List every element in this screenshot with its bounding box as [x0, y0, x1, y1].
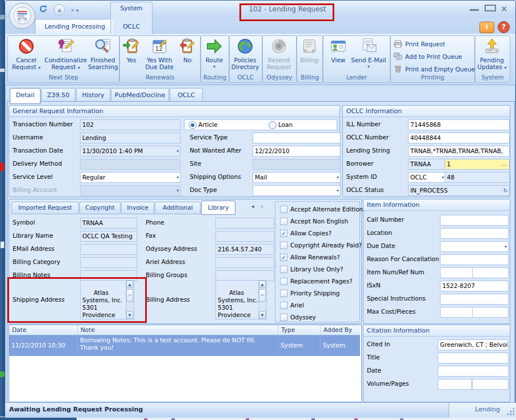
application-menu-button[interactable]	[9, 3, 35, 29]
scrollbar[interactable]: ▲≡▼	[258, 281, 266, 319]
resend-request-button[interactable]: Resend Request	[264, 37, 294, 73]
policies-directory-button[interactable]: Policies Directory	[231, 37, 259, 73]
library-name-field[interactable]: OCLC QA Testing	[80, 231, 137, 242]
checkbox-library-use-only[interactable]: Library Use Only?	[280, 265, 343, 274]
checkbox-icon[interactable]	[280, 314, 287, 321]
citation-title-field[interactable]	[438, 353, 509, 363]
scroll-up-icon[interactable]: ▲	[259, 281, 266, 288]
checkbox-icon[interactable]	[280, 242, 287, 249]
checkbox-accept-alternate-edition[interactable]: Accept Alternate Edition	[280, 205, 363, 214]
renewal-no-button[interactable]: No	[177, 37, 198, 73]
oclc-status-field[interactable]: IN_PROCESS↻	[408, 185, 510, 196]
ellipsis-button[interactable]: …	[501, 159, 508, 168]
print-request-button[interactable]: Print Request	[394, 38, 445, 50]
scrollbar[interactable]: ▲≡▼	[126, 281, 134, 319]
symbol-field[interactable]: TRNAA	[80, 218, 137, 229]
chevron-down-icon[interactable]: ▾	[505, 242, 507, 251]
tab-imported-request[interactable]: Imported Request	[11, 202, 79, 214]
checkbox-replacement-pages[interactable]: Replacement Pages?	[280, 277, 353, 286]
reason-for-cancellation-field[interactable]	[440, 254, 509, 265]
scroll-up-icon[interactable]: ▲	[126, 281, 133, 288]
tab-additional[interactable]: Additional	[155, 202, 201, 214]
odyssey-address-field[interactable]: 216.54.57.240	[215, 244, 274, 255]
lending-string-field[interactable]: TRNAB,*TRNAB,TRNAB,TRNAB,	[408, 146, 510, 157]
collapse-ribbon-button[interactable]: ▲	[54, 4, 65, 15]
tab-detail[interactable]: Detail	[10, 88, 41, 104]
max-cost-field[interactable]	[440, 307, 473, 318]
minimize-button[interactable]	[470, 5, 479, 13]
checkbox-ariel[interactable]: Ariel	[280, 301, 304, 310]
due-date-combo[interactable]: ▾	[440, 241, 509, 252]
tab-scroll-left-icon[interactable]: ◂	[251, 203, 254, 209]
renewal-yes-button[interactable]: Yes	[121, 37, 142, 73]
column-header-date[interactable]: Date	[9, 325, 78, 335]
renewal-yes-due-date-button[interactable]: 12 Yes With Due Date	[143, 37, 176, 73]
resize-grip[interactable]	[506, 408, 514, 416]
isxn-field[interactable]: 1522-8207	[440, 281, 509, 291]
tab-library[interactable]: Library	[201, 201, 235, 215]
column-header-type[interactable]: Type	[278, 325, 321, 335]
special-instructions-field[interactable]	[440, 294, 509, 305]
refresh-status-icon[interactable]: ↻	[503, 186, 508, 195]
refresh-button[interactable]	[38, 4, 48, 15]
loan-radio[interactable]	[269, 121, 277, 129]
ref-num-field[interactable]	[472, 267, 509, 278]
pages-field[interactable]	[472, 379, 509, 390]
doc-type-combo[interactable]: ▾	[253, 185, 341, 196]
system-id-combo[interactable]: OCLC▾	[408, 172, 446, 183]
billing-category-field[interactable]	[80, 257, 137, 268]
cited-in-field[interactable]: Greenwich, CT ; Belvoir P	[438, 339, 509, 350]
checkbox-priority-shipping[interactable]: Priority Shipping	[280, 289, 340, 298]
oclc-number-field[interactable]: 40448844	[408, 133, 510, 143]
pending-updates-button[interactable]: Pending Updates ▾	[477, 37, 507, 73]
location-field[interactable]	[440, 228, 509, 239]
tab-copyright[interactable]: Copyright	[79, 202, 121, 214]
add-to-print-queue-button[interactable]: Add to Print Queue	[394, 51, 462, 62]
item-num-field[interactable]	[440, 267, 473, 278]
checkbox-icon[interactable]	[280, 302, 287, 309]
article-radio[interactable]	[189, 121, 197, 129]
not-wanted-after-field[interactable]: 12/22/2010	[253, 146, 341, 157]
notification-bubble-icon[interactable]: i	[479, 22, 494, 33]
checkbox-icon[interactable]: ✓	[280, 254, 287, 261]
chevron-down-icon[interactable]: ▾	[177, 146, 179, 156]
checkbox-allow-copies[interactable]: ✓Allow Copies?	[280, 229, 331, 238]
checkbox-copyright-already-paid[interactable]: Copyright Already Paid?	[280, 241, 362, 250]
transaction-number-field[interactable]: 102	[80, 119, 181, 130]
citation-date-field[interactable]	[438, 366, 509, 377]
checkbox-icon[interactable]	[280, 206, 287, 213]
volume-field[interactable]	[438, 379, 472, 390]
checkbox-icon[interactable]	[280, 266, 287, 273]
route-button[interactable]: Route ▾	[202, 37, 226, 73]
chevron-down-icon[interactable]: ▾	[442, 173, 444, 182]
username-field[interactable]: Lending	[80, 133, 181, 143]
help-icon[interactable]: ?	[498, 21, 510, 33]
scrollbar-thumb[interactable]: ≡	[259, 289, 266, 302]
maximize-button[interactable]	[485, 5, 494, 13]
fax-field[interactable]	[215, 231, 274, 242]
checkbox-icon[interactable]	[280, 278, 287, 285]
column-header-note[interactable]: Note	[78, 325, 278, 335]
service-level-combo[interactable]: Regular▾	[80, 172, 181, 183]
chevron-down-icon[interactable]: ▾	[177, 173, 179, 182]
borrower-sequence-field[interactable]: 1…	[445, 159, 510, 170]
finished-searching-button[interactable]: Finished Searching	[88, 37, 118, 73]
scroll-down-icon[interactable]: ▼	[259, 311, 266, 319]
transaction-date-combo[interactable]: 11/30/2010 1:40 PM▾	[80, 146, 181, 157]
ariel-address-field[interactable]	[215, 257, 274, 268]
tab-oclc[interactable]: OCLC	[113, 19, 150, 34]
checkbox-icon[interactable]	[280, 218, 287, 225]
conditionalize-request-button[interactable]: Conditionalize Request ▾	[43, 37, 88, 73]
close-button[interactable]: ×	[499, 4, 509, 13]
pieces-field[interactable]	[472, 307, 509, 318]
billing-button[interactable]: Billing	[298, 37, 320, 73]
checkbox-allow-renewals[interactable]: ✓Allow Renewals?	[280, 253, 340, 262]
ill-number-field[interactable]: 71445868	[408, 119, 510, 130]
view-button[interactable]: View	[327, 37, 350, 73]
checkbox-icon[interactable]	[280, 290, 287, 297]
checkbox-icon[interactable]: ✓	[280, 230, 287, 237]
billing-address-textarea[interactable]: Atlas Systems, Inc. 5301 Providence Road…	[215, 280, 267, 319]
phone-field[interactable]	[215, 218, 274, 229]
shipping-options-combo[interactable]: Mail▾	[253, 172, 341, 183]
shipping-address-textarea[interactable]: Atlas Systems, Inc. 5301 Providence Road…	[80, 280, 134, 319]
